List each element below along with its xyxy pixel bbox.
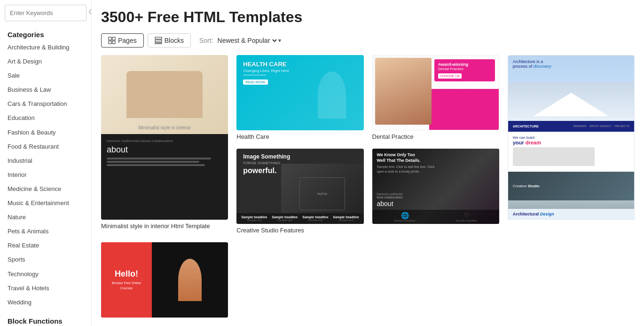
svg-rect-3 xyxy=(112,37,115,40)
sidebar-item[interactable]: Music & Entertainment xyxy=(0,196,91,210)
card-label: Creative Studio Features xyxy=(236,227,363,234)
sidebar-item[interactable]: Sports xyxy=(0,253,91,267)
sidebar: Categories Architecture & Building Art &… xyxy=(0,0,92,326)
search-box[interactable] xyxy=(5,5,86,21)
svg-rect-7 xyxy=(155,40,162,42)
sidebar-item[interactable]: Art & Design xyxy=(0,55,91,69)
svg-rect-6 xyxy=(155,37,162,39)
search-input[interactable] xyxy=(10,9,89,16)
sidebar-item[interactable]: Cars & Transportation xyxy=(0,97,91,111)
sidebar-item[interactable]: Interior xyxy=(0,168,91,182)
toolbar: Pages Blocks Sort: Newest & Popular ▾ xyxy=(101,33,635,48)
card-label: Health Care xyxy=(236,133,363,140)
sidebar-item[interactable]: Real Estate xyxy=(0,239,91,253)
sidebar-item[interactable]: Education xyxy=(0,111,91,125)
sidebar-item[interactable]: Medicine & Science xyxy=(0,182,91,196)
template-grid: harness multimedia based collaboration a… xyxy=(101,55,635,321)
sort-select[interactable]: Newest & Popular xyxy=(216,36,278,45)
sidebar-item[interactable]: Industrial xyxy=(0,154,91,168)
template-card[interactable]: harness multimedia based collaboration a… xyxy=(101,55,228,234)
svg-rect-4 xyxy=(109,41,111,44)
sidebar-item[interactable]: Business & Law xyxy=(0,83,91,97)
template-card[interactable]: Architecture is a process of discovery A… xyxy=(508,55,635,234)
sidebar-item[interactable]: Wedding xyxy=(0,295,91,310)
block-functions-title: Block Functions xyxy=(0,314,91,326)
template-card[interactable]: HEALTH CARE Changing Lives, Right Here R… xyxy=(236,55,363,140)
sidebar-item[interactable]: Sale xyxy=(0,69,91,83)
tab-blocks-label: Blocks xyxy=(165,37,184,44)
tab-pages[interactable]: Pages xyxy=(101,33,144,48)
page-title: 3500+ Free HTML Templates xyxy=(101,8,635,26)
card-label: Minimalist style in interior Html Templa… xyxy=(101,223,228,230)
svg-rect-5 xyxy=(112,41,115,44)
sort-label: Sort: xyxy=(199,37,213,44)
sidebar-item[interactable]: Pets & Animals xyxy=(0,224,91,239)
sidebar-item[interactable]: Fashion & Beauty xyxy=(0,126,91,140)
categories-title: Categories xyxy=(0,28,91,40)
blocks-icon xyxy=(155,37,162,44)
sidebar-item[interactable]: Food & Restaurant xyxy=(0,140,91,154)
card-label: Dental Practice xyxy=(372,133,499,140)
svg-rect-8 xyxy=(155,43,162,44)
main-content: 3500+ Free HTML Templates Pages Blocks S… xyxy=(92,0,644,326)
template-card[interactable]: Image Something FORGE SOMETHING powerful… xyxy=(236,149,363,234)
template-card[interactable]: Award-winning Dental Practice CHOOSE US … xyxy=(372,55,499,140)
sort-chevron-icon: ▾ xyxy=(278,37,281,44)
sidebar-item[interactable]: Travel & Hotels xyxy=(0,281,91,295)
tab-pages-label: Pages xyxy=(118,37,137,44)
sidebar-item[interactable]: Technology xyxy=(0,267,91,281)
pages-icon xyxy=(108,37,116,44)
template-card[interactable]: Hello! Browse Free OnlineCourses xyxy=(101,242,228,320)
sidebar-item[interactable]: Architecture & Building xyxy=(0,40,91,55)
sidebar-item[interactable]: Nature xyxy=(0,210,91,224)
svg-rect-2 xyxy=(109,37,111,40)
sort-control: Sort: Newest & Popular ▾ xyxy=(199,36,281,45)
template-card[interactable]: We Know Only TooWell That The Details. S… xyxy=(372,149,499,234)
tab-blocks[interactable]: Blocks xyxy=(148,33,191,48)
